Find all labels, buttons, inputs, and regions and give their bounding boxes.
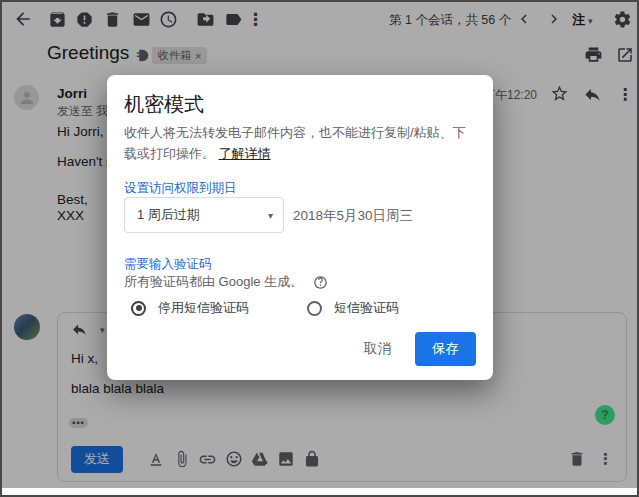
radio-sms-passcode[interactable] [307, 301, 322, 316]
gmail-window: ⋮ 第 1 个会话，共 56 个 注▾ Greetings 收件箱 × Jorr… [0, 0, 639, 497]
confidential-mode-dialog: 机密模式 收件人将无法转发电子邮件内容，也不能进行复制/粘贴、下载或打印操作。 … [107, 75, 493, 380]
expiration-dropdown[interactable]: 1 周后过期 ▾ [124, 197, 284, 233]
cancel-button[interactable]: 取消 [364, 340, 391, 358]
chevron-down-icon: ▾ [268, 210, 273, 221]
learn-more-link[interactable]: 了解详情 [219, 146, 271, 161]
help-icon[interactable] [313, 275, 328, 290]
dialog-title: 机密模式 [124, 91, 204, 118]
expiration-date: 2018年5月30日周三 [293, 207, 413, 225]
dialog-description: 收件人将无法转发电子邮件内容，也不能进行复制/粘贴、下载或打印操作。 了解详情 [124, 122, 478, 164]
passcode-note: 所有验证码都由 Google 生成。 [124, 273, 328, 291]
passcode-note-text: 所有验证码都由 Google 生成。 [124, 273, 303, 291]
radio-sms-label[interactable]: 短信验证码 [334, 299, 399, 317]
set-expiration-heading[interactable]: 设置访问权限到期日 [124, 180, 237, 197]
description-text: 收件人将无法转发电子邮件内容，也不能进行复制/粘贴、下载或打印操作。 [124, 125, 466, 161]
radio-no-sms-passcode[interactable] [131, 301, 146, 316]
passcode-radio-group: 停用短信验证码 短信验证码 [131, 299, 471, 317]
page-bottom-strip [2, 488, 637, 495]
save-button[interactable]: 保存 [415, 332, 476, 366]
green-badge-icon: ? [595, 405, 615, 425]
expiration-value: 1 周后过期 [137, 206, 200, 224]
radio-no-sms-label[interactable]: 停用短信验证码 [158, 299, 249, 317]
require-passcode-heading[interactable]: 需要输入验证码 [124, 256, 212, 273]
badge-glyph: ? [601, 408, 608, 422]
dialog-footer: 取消 保存 [364, 332, 476, 366]
